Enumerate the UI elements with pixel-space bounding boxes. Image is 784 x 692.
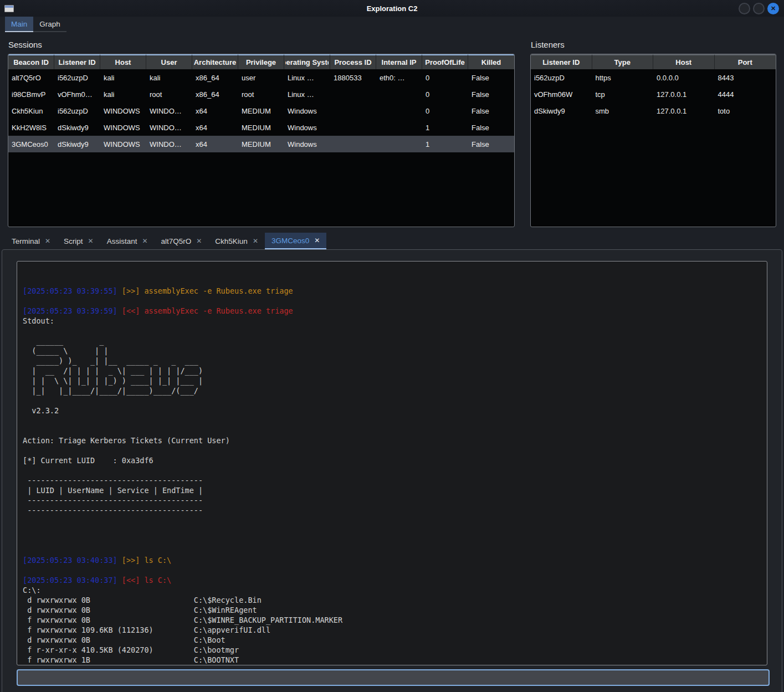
terminal-output[interactable]: [2025:05:23 03:39:55] [>>] assemblyExec … (17, 261, 767, 665)
column-header-label: Operating System (285, 58, 329, 66)
column-header-listener-id[interactable]: Listener ID (54, 54, 100, 69)
column-header-label: Beacon ID (13, 58, 49, 66)
terminal-line: [2025:05:23 03:39:55] [>>] assemblyExec … (23, 286, 761, 296)
console-tab-assistant[interactable]: Assistant✕ (100, 233, 155, 249)
top-section: Sessions Beacon IDListener IDHostUserArc… (0, 32, 784, 227)
column-header-label: Host (675, 58, 691, 66)
terminal-line: v2.3.2 (23, 406, 761, 416)
table-cell (330, 136, 376, 152)
table-cell: 1 (422, 136, 468, 152)
tab-label: Main (11, 20, 27, 28)
table-cell: False (468, 136, 514, 152)
window-controls: ✕ (739, 3, 779, 14)
table-cell: dSkiwdy9 (54, 119, 100, 136)
column-header-host[interactable]: Host (653, 54, 715, 69)
terminal-line: C:\: (23, 585, 761, 595)
column-header-host[interactable]: Host (100, 54, 146, 69)
table-cell: Windows (284, 102, 330, 119)
maximize-button[interactable] (753, 3, 765, 14)
column-header-label: Architecture (194, 58, 237, 66)
table-row-kkh2w8ls[interactable]: KkH2W8lSdSkiwdy9WINDOWSWINDO…x64MEDIUMWi… (8, 119, 514, 136)
listeners-table-container: Listener IDTypeHostPorti562uzpDhttps0.0.… (530, 54, 776, 227)
terminal-segment-ts: [2025:05:23 03:40:37] (23, 576, 117, 585)
terminal-segment-recv: [<<] ls C:\ (117, 576, 172, 585)
column-header-label: Host (115, 58, 131, 66)
terminal-line: d rwxrwxrwx 0B C:\$WinREAgent (23, 605, 761, 615)
table-cell: https (592, 69, 654, 86)
tab-label: Terminal (12, 237, 40, 245)
table-row-alt7q5ro[interactable]: alt7Q5rOi562uzpDkalikalix86_64userLinux … (8, 69, 514, 86)
column-header-internal-ip[interactable]: Internal IP (376, 54, 422, 69)
column-header-operating-system[interactable]: Operating System (284, 54, 330, 69)
table-cell: 1880533 (330, 69, 376, 86)
table-row-ckh5kiun[interactable]: Ckh5Kiuni562uzpDWINDOWSWINDO…x64MEDIUMWi… (8, 102, 514, 119)
terminal-line: [*] Current LUID : 0xa3df6 (23, 455, 761, 465)
table-row-3gmceos0[interactable]: 3GMCeos0dSkiwdy9WINDOWSWINDO…x64MEDIUMWi… (8, 136, 514, 152)
tab-close-icon[interactable]: ✕ (196, 237, 202, 245)
table-cell (330, 86, 376, 102)
table-cell: vOFhm06W (531, 86, 592, 102)
table-cell: x64 (192, 119, 238, 136)
tab-graph[interactable]: Graph (33, 17, 66, 32)
tab-close-icon[interactable]: ✕ (142, 237, 147, 245)
table-cell: vOFhm0… (54, 86, 100, 102)
column-header-type[interactable]: Type (592, 54, 654, 69)
table-cell: False (468, 69, 514, 86)
table-cell (376, 102, 422, 119)
column-header-label: Process ID (334, 58, 371, 66)
column-header-beacon-id[interactable]: Beacon ID (8, 54, 54, 69)
tab-close-icon[interactable]: ✕ (253, 237, 258, 245)
terminal-line: [2025:05:23 03:39:59] [<<] assemblyExec … (23, 306, 761, 316)
close-icon: ✕ (771, 5, 776, 12)
terminal-line (23, 525, 761, 535)
terminal-line (23, 296, 761, 306)
column-header-user[interactable]: User (146, 54, 192, 69)
command-input[interactable] (17, 669, 770, 686)
sessions-title: Sessions (8, 40, 515, 49)
console-tab-ckh5kiun[interactable]: Ckh5Kiun✕ (208, 233, 265, 249)
terminal-line (23, 535, 761, 545)
column-header-killed[interactable]: Killed (468, 54, 514, 69)
table-cell (330, 119, 376, 136)
minimize-button[interactable] (739, 3, 750, 14)
tab-label: 3GMCeos0 (271, 237, 309, 245)
table-row-i98cbmvp[interactable]: i98CBmvPvOFhm0…kalirootx86_64rootLinux …… (8, 86, 514, 102)
console-tab-terminal[interactable]: Terminal✕ (5, 233, 57, 249)
terminal-line: f rwxrwxrwx 0B C:\$WINRE_BACKUP_PARTITIO… (23, 615, 761, 625)
column-header-label: Privilege (246, 58, 276, 66)
terminal-segment-send: [>>] ls C:\ (117, 556, 172, 565)
column-header-port[interactable]: Port (715, 54, 776, 69)
close-button[interactable]: ✕ (767, 3, 779, 14)
terminal-line (23, 396, 761, 406)
table-cell: kali (100, 86, 146, 102)
titlebar: Exploration C2 ✕ (0, 0, 784, 17)
tab-close-icon[interactable]: ✕ (314, 237, 320, 244)
column-header-label: User (161, 58, 177, 66)
tab-close-icon[interactable]: ✕ (88, 237, 94, 245)
terminal-segment-send: [>>] assemblyExec -e Rubeus.exe triage (117, 286, 293, 295)
table-cell: kali (100, 69, 146, 86)
console-tab-3gmceos0[interactable]: 3GMCeos0✕ (265, 233, 326, 249)
table-row-i562uzpd[interactable]: i562uzpDhttps0.0.0.08443 (531, 69, 776, 86)
table-cell: 0.0.0.0 (653, 69, 715, 86)
tab-close-icon[interactable]: ✕ (45, 237, 50, 245)
column-header-privilege[interactable]: Privilege (238, 54, 284, 69)
column-header-listener-id[interactable]: Listener ID (531, 54, 592, 69)
table-row-vofhm06w[interactable]: vOFhm06Wtcp127.0.0.14444 (531, 86, 776, 102)
terminal-line: f r-xr-xr-x 8KB (8192) C:\BOOTSECT.BAK (23, 665, 761, 665)
console-tab-script[interactable]: Script✕ (57, 233, 100, 249)
column-header-process-id[interactable]: Process ID (330, 54, 376, 69)
console-tab-alt7q5ro[interactable]: alt7Q5rO✕ (155, 233, 209, 249)
column-header-label: Listener ID (542, 58, 580, 66)
terminal-line: Action: Triage Kerberos Tickets (Current… (23, 435, 761, 445)
table-cell: MEDIUM (238, 136, 284, 152)
table-row-dskiwdy9[interactable]: dSkiwdy9smb127.0.0.1toto (531, 102, 776, 119)
column-header-proofoflife[interactable]: ProofOfLife (422, 54, 468, 69)
tab-main[interactable]: Main (5, 17, 33, 32)
sessions-table-container: Beacon IDListener IDHostUserArchitecture… (8, 54, 515, 227)
column-header-architecture[interactable]: Architecture (192, 54, 238, 69)
table-cell (376, 119, 422, 136)
terminal-line: --------------------------------------- (23, 505, 761, 515)
table-cell: tcp (592, 86, 654, 102)
terminal-line: | LUID | UserName | Service | EndTime | (23, 485, 761, 495)
